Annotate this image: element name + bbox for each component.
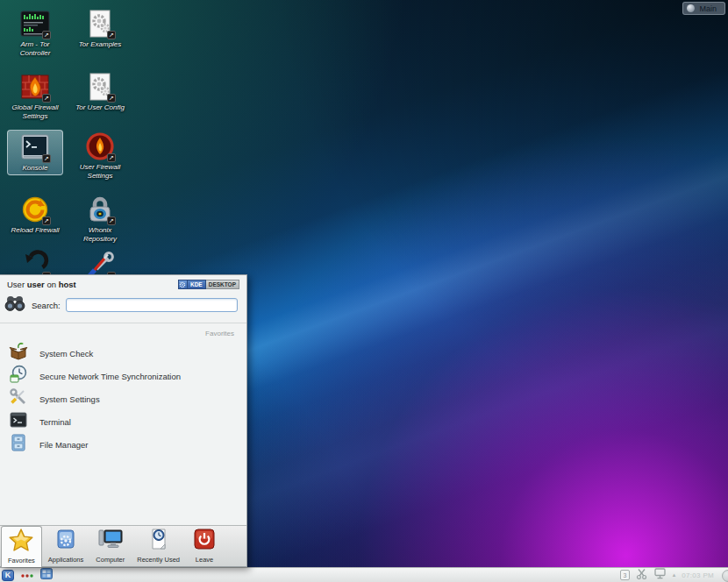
kickoff-launcher-menu: User user on host KDE DESKTOP Search: Fa… xyxy=(0,274,247,567)
pager-icon[interactable] xyxy=(40,567,53,582)
tab-label: Favorites xyxy=(8,557,35,564)
taskbar: K 3 xyxy=(0,567,728,582)
panel-toolbox-cashew-icon[interactable] xyxy=(722,570,728,582)
menu-item-label: System Check xyxy=(39,349,93,358)
tab-applications[interactable]: Applications xyxy=(42,526,89,566)
launcher-user-host: User user on host xyxy=(7,280,76,289)
desktop-icon-tor-user-config[interactable]: ↗ Tor User Config xyxy=(72,70,128,114)
desktop-icon-label: User Firewall Settings xyxy=(72,163,128,180)
package-box-icon xyxy=(9,342,28,365)
favorites-list: System Check Secure Network Time Synchro… xyxy=(0,340,246,458)
menu-item-file-manager[interactable]: File Manager xyxy=(0,433,246,456)
recent-document-icon xyxy=(146,527,171,555)
binoculars-icon xyxy=(4,294,26,316)
desktop-icon-label: Tor User Config xyxy=(75,103,125,112)
desktop-icon-konsole[interactable]: ↗ Konsole xyxy=(7,130,63,175)
padlock-icon: ↗ xyxy=(85,195,115,224)
quicklaunch-dots-icon[interactable] xyxy=(20,567,34,582)
hostname: host xyxy=(59,280,76,289)
menu-item-label: Secure Network Time Synchronization xyxy=(39,372,181,381)
launcher-header: User user on host KDE DESKTOP xyxy=(0,275,246,292)
tab-favorites[interactable]: Favorites xyxy=(1,526,42,567)
activity-button[interactable]: Main xyxy=(682,2,725,15)
tab-leave[interactable]: Leave xyxy=(186,526,223,566)
menu-item-label: System Settings xyxy=(39,394,100,404)
document-gear-icon: ↗ xyxy=(85,9,115,39)
konsole-terminal-icon: ↗ xyxy=(20,132,50,162)
username: user xyxy=(27,280,45,289)
launcher-search-row: Search: xyxy=(0,292,246,323)
tools-icon xyxy=(9,387,28,410)
applications-icon xyxy=(54,527,78,555)
tab-label: Recently Used xyxy=(137,556,180,564)
tab-computer[interactable]: Computer xyxy=(89,526,131,566)
document-gear-icon: ↗ xyxy=(85,72,115,102)
desktop-icon-label: Arm - Tor Controller xyxy=(7,40,63,57)
clipboard-count-icon[interactable]: 3 xyxy=(620,570,630,580)
desktop-icon-user-firewall-settings[interactable]: ↗ User Firewall Settings xyxy=(72,130,128,181)
menu-item-label: File Manager xyxy=(39,440,88,450)
desktop-icon-label: Konsole xyxy=(23,164,48,173)
menu-item-label: Terminal xyxy=(39,417,71,427)
desktop-label: DESKTOP xyxy=(206,280,239,289)
shortcut-emblem-icon: ↗ xyxy=(107,153,116,162)
power-icon xyxy=(192,527,217,555)
desktop-icon-label: Tor Examples xyxy=(79,40,122,49)
menu-item-system-check[interactable]: System Check xyxy=(0,342,246,365)
desktop-icon-arm-tor-controller[interactable]: ↗ Arm - Tor Controller xyxy=(7,7,63,59)
desktop-icon-label: Whonix Repository xyxy=(72,226,128,243)
kde-gear-icon xyxy=(178,280,188,289)
menu-item-time-sync[interactable]: Secure Network Time Synchronization xyxy=(0,365,246,387)
activity-icon xyxy=(687,4,695,12)
shortcut-emblem-icon: ↗ xyxy=(107,216,116,225)
tray-expand-icon[interactable]: ▴ xyxy=(673,571,676,578)
tab-label: Leave xyxy=(196,556,213,564)
shortcut-emblem-icon: ↗ xyxy=(42,31,51,39)
firewall-wall-icon: ↗ xyxy=(20,72,50,102)
activity-label: Main xyxy=(699,4,717,13)
clock-sync-icon xyxy=(9,365,28,387)
favorites-section-label: Favorites xyxy=(0,323,246,340)
shortcut-emblem-icon: ↗ xyxy=(42,216,51,225)
firewall-flame-badge-icon: ↗ xyxy=(85,131,115,161)
desktop-icon-tor-examples[interactable]: ↗ Tor Examples xyxy=(72,7,128,51)
desktop-icon-reload-firewall[interactable]: ↗ Reload Firewall xyxy=(7,193,63,237)
search-input[interactable] xyxy=(66,298,238,312)
reload-circle-icon: ↗ xyxy=(20,195,50,224)
tab-recently-used[interactable]: Recently Used xyxy=(131,526,186,566)
terminal-icon xyxy=(9,410,28,433)
shortcut-emblem-icon: ↗ xyxy=(107,31,116,39)
menu-item-system-settings[interactable]: System Settings xyxy=(0,387,246,410)
shortcut-emblem-icon: ↗ xyxy=(42,154,51,163)
kde-branding-badge: KDE DESKTOP xyxy=(178,280,239,289)
desktop-icon-label: Global Firewall Settings xyxy=(7,103,63,120)
tab-label: Applications xyxy=(48,556,83,564)
launcher-empty-area xyxy=(0,458,246,525)
search-label: Search: xyxy=(32,301,61,310)
star-icon xyxy=(8,528,34,556)
shortcut-emblem-icon: ↗ xyxy=(107,94,116,103)
kmenu-button[interactable]: K xyxy=(2,570,14,581)
kde-label: KDE xyxy=(188,280,206,289)
tab-label: Computer xyxy=(96,556,125,564)
network-monitor-icon[interactable] xyxy=(653,567,667,582)
system-tray: 3 ▴ 07:03 PM xyxy=(620,567,726,582)
computer-icon xyxy=(97,527,124,555)
menu-item-terminal[interactable]: Terminal xyxy=(0,410,246,433)
file-cabinet-icon xyxy=(9,433,28,456)
desktop-icon-label: Reload Firewall xyxy=(11,226,59,235)
launcher-tab-bar: Favorites Applications xyxy=(0,525,246,566)
desktop-icon-whonix-repository[interactable]: ↗ Whonix Repository xyxy=(72,193,128,245)
arm-tor-controller-icon: ↗ xyxy=(20,9,50,39)
klipper-scissors-icon[interactable] xyxy=(636,567,647,582)
digital-clock[interactable]: 07:03 PM xyxy=(682,571,714,579)
desktop-icon-global-firewall-settings[interactable]: ↗ Global Firewall Settings xyxy=(7,70,63,122)
shortcut-emblem-icon: ↗ xyxy=(42,94,51,103)
taskbar-left: K xyxy=(2,567,53,582)
